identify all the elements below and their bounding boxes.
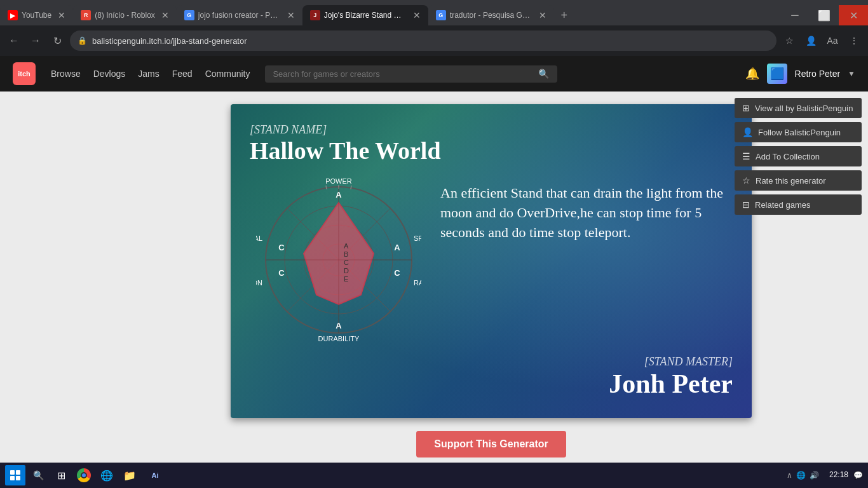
stand-body: POWER SPEED RANGE DURABILITY PRECISION P… <box>250 177 733 342</box>
nav-bar: ← → ↻ 🔒 balisticpenguin.itch.io/jjba-sta… <box>0 25 868 56</box>
add-collection-label: Add To Collection <box>756 152 820 161</box>
profile-icon-button[interactable]: 👤 <box>802 32 820 50</box>
tab-jojo-gen-label: Jojo's Bizarre Stand Generator <box>324 11 407 20</box>
itch-logo-text: itch <box>18 70 31 78</box>
win-logo-sq-4 <box>16 476 20 480</box>
svg-text:SPEED: SPEED <box>414 234 421 242</box>
follow-button[interactable]: 👤 Follow BalisticPenguin <box>735 122 862 142</box>
tray-up-arrow[interactable]: ∧ <box>787 471 792 480</box>
volume-icon[interactable]: 🔊 <box>810 471 819 480</box>
related-games-button[interactable]: ⊟ Related games <box>735 194 862 215</box>
add-collection-button[interactable]: ☰ Add To Collection <box>735 146 862 166</box>
svg-text:PRECISION: PRECISION <box>256 279 262 287</box>
stand-description: An efficient Stand that can drain the li… <box>440 177 733 242</box>
svg-text:B: B <box>344 250 348 258</box>
nav-community[interactable]: Community <box>205 69 250 79</box>
avatar-icon: 🟦 <box>770 67 784 81</box>
back-button[interactable]: ← <box>5 32 23 50</box>
nav-browse[interactable]: Browse <box>51 69 81 79</box>
roblox-favicon: R <box>81 10 91 20</box>
tab-translator[interactable]: G tradutor - Pesquisa Google ✕ <box>428 5 554 25</box>
bookmark-star-button[interactable]: ☆ <box>780 32 798 50</box>
address-bar[interactable]: 🔒 balisticpenguin.itch.io/jjba-stand-gen… <box>70 30 776 51</box>
tab-jojo-search-close[interactable]: ✕ <box>287 10 295 20</box>
svg-text:A: A <box>336 321 342 330</box>
svg-line-10 <box>326 186 327 189</box>
tab-roblox-close[interactable]: ✕ <box>161 10 169 20</box>
address-text: balisticpenguin.itch.io/jjba-stand-gener… <box>92 36 769 46</box>
svg-text:POWER: POWER <box>325 177 352 185</box>
taskbar-right: ∧ 🌐 🔊 22:18 💬 <box>782 470 863 480</box>
ai-label: Ai <box>152 471 159 479</box>
close-button[interactable]: ✕ <box>839 5 868 25</box>
svg-text:RANGE: RANGE <box>414 279 421 287</box>
taskbar-edge[interactable]: 🌐 <box>97 465 117 485</box>
new-tab-button[interactable]: + <box>554 5 574 25</box>
browser-chrome: ▶ YouTube ✕ R (8) Início - Roblox ✕ G jo… <box>0 0 868 56</box>
nav-jams[interactable]: Jams <box>138 69 159 79</box>
tab-youtube-label: YouTube <box>22 11 51 20</box>
user-area: 🔔 🟦 Retro Peter ▼ <box>745 64 855 84</box>
taskbar-search[interactable]: 🔍 <box>28 465 48 485</box>
lock-icon: 🔒 <box>78 36 87 45</box>
user-dropdown-arrow[interactable]: ▼ <box>848 69 855 78</box>
svg-text:A: A <box>344 242 349 250</box>
jojo-search-favicon: G <box>184 10 194 20</box>
svg-text:C: C <box>394 268 400 278</box>
tab-roblox[interactable]: R (8) Início - Roblox ✕ <box>73 5 177 25</box>
itch-nav: Browse Devlogs Jams Feed Community <box>51 69 250 79</box>
system-clock[interactable]: 22:18 <box>829 470 848 480</box>
svg-text:A: A <box>394 243 400 252</box>
svg-text:D: D <box>344 267 349 274</box>
taskbar: 🔍 ⊞ 🌐 📁 Ai ∧ 🌐 🔊 22:18 💬 <box>0 463 868 488</box>
stand-label: [STAND NAME] <box>250 123 733 137</box>
translate-button[interactable]: Aa <box>824 32 841 50</box>
forward-button[interactable]: → <box>27 32 44 50</box>
user-name[interactable]: Retro Peter <box>795 69 841 79</box>
taskbar-explorer[interactable]: 📁 <box>119 465 140 485</box>
menu-button[interactable]: ⋮ <box>845 32 863 50</box>
nav-feed[interactable]: Feed <box>172 69 193 79</box>
svg-line-9 <box>351 186 351 189</box>
tab-youtube[interactable]: ▶ YouTube ✕ <box>0 5 73 25</box>
windows-logo <box>10 470 20 480</box>
support-button[interactable]: Support This Generator <box>416 431 566 458</box>
notification-bell[interactable]: 🔔 <box>745 67 759 81</box>
network-icon: 🌐 <box>796 471 806 480</box>
tab-jojo-gen[interactable]: J Jojo's Bizarre Stand Generator ✕ <box>302 5 428 25</box>
tab-jojo-gen-close[interactable]: ✕ <box>413 10 421 20</box>
view-all-button[interactable]: ⊞ View all by BalisticPenguin <box>735 98 862 118</box>
svg-text:C: C <box>278 243 285 252</box>
win-logo-sq-3 <box>10 476 15 480</box>
tab-translator-close[interactable]: ✕ <box>539 10 546 20</box>
clock-time: 22:18 <box>829 470 848 480</box>
related-icon: ⊟ <box>742 200 750 210</box>
view-all-label: View all by BalisticPenguin <box>755 104 853 113</box>
sidebar: ⊞ View all by BalisticPenguin 👤 Follow B… <box>728 92 868 221</box>
taskbar-chrome[interactable] <box>74 465 94 485</box>
stand-card: [STAND NAME] Hallow The World <box>231 104 752 418</box>
search-button[interactable]: 🔍 <box>538 69 549 79</box>
nav-devlogs[interactable]: Devlogs <box>93 69 126 79</box>
notification-icon[interactable]: 💬 <box>853 471 863 480</box>
start-button[interactable] <box>5 465 25 485</box>
grid-icon: ⊞ <box>742 103 750 113</box>
rate-label: Rate this generator <box>756 176 826 186</box>
rate-button[interactable]: ☆ Rate this generator <box>735 170 862 191</box>
stand-name: Hallow The World <box>250 137 733 165</box>
itch-logo[interactable]: itch <box>13 62 36 85</box>
search-input[interactable] <box>265 65 557 83</box>
radar-chart: POWER SPEED RANGE DURABILITY PRECISION P… <box>256 177 421 342</box>
reload-button[interactable]: ↻ <box>48 32 66 50</box>
nav-icons: ☆ 👤 Aa ⋮ <box>780 32 863 50</box>
minimize-button[interactable]: ─ <box>780 5 810 25</box>
collection-icon: ☰ <box>742 151 750 161</box>
star-icon: ☆ <box>742 175 750 186</box>
svg-text:POTENTIAL: POTENTIAL <box>256 234 262 242</box>
tab-jojo-search[interactable]: G jojo fusion creator - Pesquisa G... ✕ <box>177 5 302 25</box>
taskbar-task-view[interactable]: ⊞ <box>51 465 71 485</box>
maximize-button[interactable]: ⬜ <box>810 5 839 25</box>
taskbar-ai[interactable]: Ai <box>142 465 168 485</box>
win-logo-sq-1 <box>10 470 15 475</box>
tab-youtube-close[interactable]: ✕ <box>58 10 65 20</box>
